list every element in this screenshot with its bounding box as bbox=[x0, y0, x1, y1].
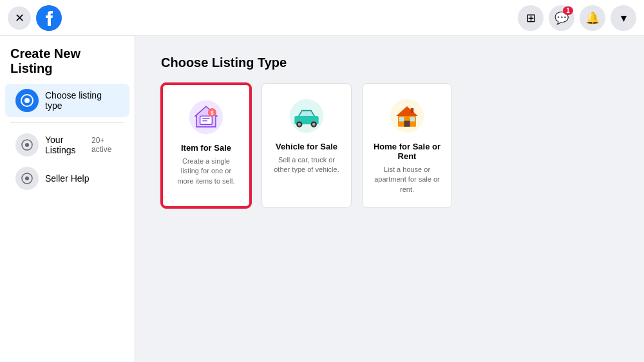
sidebar-divider bbox=[10, 122, 124, 123]
svg-point-4 bbox=[25, 143, 29, 147]
item-for-sale-title: Item for Sale bbox=[181, 143, 231, 153]
sidebar-title: Create New Listing bbox=[0, 46, 135, 84]
svg-rect-10 bbox=[200, 116, 213, 124]
choose-listing-type-title: Choose Listing Type bbox=[161, 55, 618, 70]
svg-point-23 bbox=[312, 123, 316, 126]
item-for-sale-card[interactable]: $ Item for Sale Create a single listing … bbox=[161, 83, 251, 208]
sidebar-item-your-listings-label: Your Listings bbox=[45, 135, 85, 155]
sidebar: Create New Listing Choose listing type Y… bbox=[0, 36, 135, 362]
notifications-icon: 🔔 bbox=[585, 11, 600, 25]
vehicle-for-sale-desc: Sell a car, truck or other type of vehic… bbox=[272, 155, 341, 175]
facebook-logo bbox=[36, 5, 62, 31]
seller-help-icon bbox=[15, 167, 39, 190]
svg-point-6 bbox=[25, 176, 29, 180]
main-content: Choose Listing Type bbox=[135, 36, 644, 362]
svg-point-21 bbox=[298, 123, 301, 126]
item-for-sale-desc: Create a single listing for one or more … bbox=[173, 157, 239, 186]
choose-listing-icon bbox=[15, 89, 39, 112]
topbar: ✕ ⊞ 💬 1 🔔 ▾ bbox=[0, 0, 644, 36]
home-for-sale-icon bbox=[388, 97, 426, 135]
svg-rect-30 bbox=[411, 108, 414, 113]
sidebar-item-label: Choose listing type bbox=[45, 90, 119, 111]
svg-point-2 bbox=[24, 98, 30, 103]
topbar-left: ✕ bbox=[8, 5, 62, 31]
grid-icon: ⊞ bbox=[526, 11, 536, 25]
account-button[interactable]: ▾ bbox=[611, 5, 636, 31]
svg-text:$: $ bbox=[211, 110, 214, 116]
svg-rect-29 bbox=[410, 117, 415, 122]
close-button[interactable]: ✕ bbox=[8, 6, 31, 30]
item-for-sale-icon: $ bbox=[187, 98, 225, 137]
sidebar-item-choose-listing[interactable]: Choose listing type bbox=[5, 84, 129, 117]
sidebar-item-seller-help[interactable]: Seller Help bbox=[5, 162, 129, 195]
listing-cards: $ Item for Sale Create a single listing … bbox=[161, 83, 618, 208]
sidebar-item-seller-help-label: Seller Help bbox=[45, 173, 89, 184]
messenger-badge: 1 bbox=[563, 6, 573, 15]
notifications-button[interactable]: 🔔 bbox=[580, 5, 605, 31]
svg-rect-28 bbox=[399, 117, 404, 122]
vehicle-for-sale-icon bbox=[287, 97, 326, 135]
close-icon: ✕ bbox=[15, 11, 24, 25]
grid-button[interactable]: ⊞ bbox=[518, 5, 544, 31]
home-for-sale-title: Home for Sale or Rent bbox=[373, 142, 441, 161]
vehicle-for-sale-card[interactable]: Vehicle for Sale Sell a car, truck or ot… bbox=[261, 83, 352, 208]
home-for-sale-card[interactable]: Home for Sale or Rent List a house or ap… bbox=[362, 83, 452, 208]
chevron-down-icon: ▾ bbox=[621, 11, 627, 25]
sidebar-item-your-listings[interactable]: Your Listings 20+ active bbox=[5, 128, 129, 162]
layout: Create New Listing Choose listing type Y… bbox=[0, 36, 644, 362]
your-listings-badge: 20+ active bbox=[91, 136, 119, 154]
svg-rect-27 bbox=[404, 120, 410, 126]
topbar-right: ⊞ 💬 1 🔔 ▾ bbox=[518, 5, 636, 31]
vehicle-for-sale-title: Vehicle for Sale bbox=[276, 142, 337, 151]
messenger-button[interactable]: 💬 1 bbox=[549, 5, 574, 31]
your-listings-icon bbox=[15, 133, 39, 157]
home-for-sale-desc: List a house or apartment for sale or re… bbox=[373, 165, 441, 195]
